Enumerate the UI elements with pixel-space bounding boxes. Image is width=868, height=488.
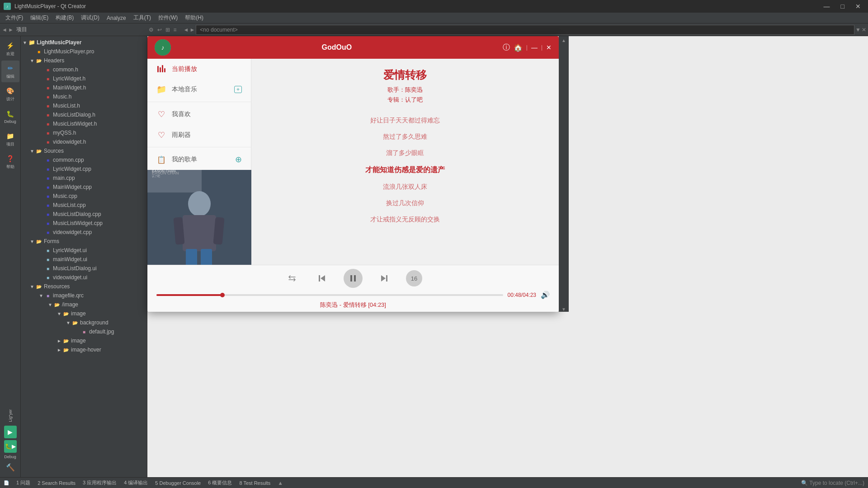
scroll-down-btn[interactable]: ▼ <box>561 307 566 312</box>
tree-headers[interactable]: ▼ 📂 Headers <box>21 56 147 65</box>
tree-musiclistdialog-h[interactable]: ■ MusicListDialog.h <box>21 110 147 119</box>
tree-lyricwidget-ui[interactable]: ■ LyricWidget.ui <box>21 246 147 255</box>
qt-sidebar: ⚡ 欢迎 ✏ 编辑 🎨 设计 🐛 Debug 📁 项目 ❓ 帮助 Lig"yer <box>0 36 21 477</box>
player-close-button[interactable]: ✕ <box>546 44 552 51</box>
tree-image-2[interactable]: ► 📂 image <box>21 336 147 345</box>
close-button[interactable]: ✕ <box>852 3 864 10</box>
progress-bar[interactable] <box>156 294 503 296</box>
tree-musiclist-h[interactable]: ■ MusicList.h <box>21 101 147 110</box>
status-expand-btn[interactable]: ▲ <box>278 480 283 486</box>
status-problems[interactable]: 1 问题 <box>16 479 30 486</box>
player-info-icon[interactable]: ⓘ <box>503 43 510 52</box>
player-window: ♪ GodOuO ⓘ 🏠 | — | ✕ <box>147 36 559 312</box>
sidebar-windshield[interactable]: ♡ 雨刷器 <box>147 125 251 145</box>
tree-forms[interactable]: ▼ 📂 Forms <box>21 237 147 246</box>
tree-image-hover[interactable]: ► 📂 image-hover <box>21 345 147 354</box>
menu-build[interactable]: 构建(B) <box>52 13 77 23</box>
local-music-add-icon[interactable]: + <box>234 86 242 93</box>
tree-common-cpp[interactable]: ■ common.cpp <box>21 155 147 164</box>
menu-file[interactable]: 文件(F) <box>2 13 27 23</box>
current-document: <no document> <box>196 25 854 35</box>
sidebar-help[interactable]: ❓ 帮助 <box>1 151 19 173</box>
nav-arrow-right[interactable]: ► <box>189 27 195 33</box>
tree-sources[interactable]: ▼ 📂 Sources <box>21 146 147 155</box>
tree-root[interactable]: ▼ 📁 LightMusicPlayer <box>21 38 147 47</box>
scroll-up-btn[interactable]: ▲ <box>561 38 566 43</box>
nav-btn-4[interactable]: ≡ <box>172 26 178 34</box>
tree-imagefile-qrc[interactable]: ▼ ■ imagefile.qrc <box>21 291 147 300</box>
player-avatar: ♪ <box>155 39 171 56</box>
volume-icon[interactable]: 🔊 <box>541 291 550 299</box>
tree-main-cpp[interactable]: ■ main.cpp <box>21 174 147 183</box>
next-button[interactable] <box>376 270 392 286</box>
loop-button[interactable] <box>284 270 300 286</box>
svg-text:认了吧: 认了吧 <box>152 175 160 178</box>
menu-tools[interactable]: 工具(T) <box>130 13 155 23</box>
menu-analyze[interactable]: Analyze <box>103 14 130 22</box>
pause-button[interactable] <box>344 269 363 288</box>
tree-musiclistdialog-ui[interactable]: ■ MusicListDialog.ui <box>21 264 147 273</box>
player-settings-icon[interactable]: 🏠 <box>514 43 523 52</box>
nav-doc-arrow[interactable]: ▼ <box>855 27 861 33</box>
tree-myqss-h[interactable]: ■ myQSS.h <box>21 128 147 137</box>
mode-button[interactable]: 16 <box>406 270 422 286</box>
tree-image-1[interactable]: ▼ 📂 image <box>21 309 147 318</box>
menu-edit[interactable]: 编辑(E) <box>27 13 52 23</box>
nav-arrow-left[interactable]: ◄ <box>184 27 189 33</box>
status-summary[interactable]: 6 概要信息 <box>208 479 232 486</box>
menu-controls[interactable]: 控件(W) <box>155 13 181 23</box>
status-search[interactable]: 2 Search Results <box>38 480 75 486</box>
status-app-output[interactable]: 3 应用程序输出 <box>83 479 117 486</box>
prev-button[interactable] <box>314 270 330 286</box>
tree-mainwidget-ui[interactable]: ■ mainWidget.ui <box>21 255 147 264</box>
tree-lyricwidget-h[interactable]: ■ LyricWidget.h <box>21 74 147 83</box>
sidebar-now-playing[interactable]: 当前播放 <box>147 59 251 80</box>
tree-default-jpg[interactable]: ■ default.jpg <box>21 327 147 336</box>
tree-musiclist-cpp[interactable]: ■ MusicList.cpp <box>21 201 147 210</box>
tree-videowidget-h[interactable]: ■ videowidget.h <box>21 137 147 146</box>
locate-icon[interactable]: 🔍 Type to locate (Ctrl+...) <box>801 480 864 486</box>
tree-musiclistwidget-h[interactable]: ■ MusicListWidget.h <box>21 119 147 128</box>
build-button[interactable]: 🔨 <box>4 461 17 474</box>
maximize-button[interactable]: □ <box>837 3 848 10</box>
run-button[interactable]: ▶ <box>4 426 17 438</box>
sidebar-project[interactable]: 📁 项目 <box>1 128 19 150</box>
sidebar-local-music[interactable]: 📁 本地音乐 + <box>147 80 251 100</box>
tree-background-folder[interactable]: ▼ 📂 background <box>21 318 147 327</box>
nav-btn-1[interactable]: ⚙ <box>147 26 155 34</box>
tree-music-cpp[interactable]: ■ Music.cpp <box>21 192 147 201</box>
nav-doc-close[interactable]: ✕ <box>862 27 866 33</box>
tree-videowidget-cpp[interactable]: ■ videowidget.cpp <box>21 228 147 237</box>
player-minimize-button[interactable]: — <box>531 44 538 51</box>
tree-lyricwidget-cpp[interactable]: ■ LyricWidget.cpp <box>21 164 147 174</box>
status-compile[interactable]: 4 编译输出 <box>124 479 148 486</box>
menu-help[interactable]: 帮助(H) <box>181 13 207 23</box>
status-debugger[interactable]: 5 Debugger Console <box>155 480 201 486</box>
tree-common-h[interactable]: ■ common.h <box>21 65 147 74</box>
run-debug-button[interactable]: 🐛▶ <box>4 440 17 453</box>
sidebar-favorites[interactable]: ♡ 我喜欢 <box>147 104 251 125</box>
nav-btn-3[interactable]: ⊞ <box>164 26 171 34</box>
nav-btn-2[interactable]: ↩ <box>156 26 163 34</box>
menu-debug[interactable]: 调试(D) <box>77 13 103 23</box>
tree-item-pro[interactable]: ■ LightMusicPlayer.pro <box>21 47 147 56</box>
tree-resources[interactable]: ▼ 📂 Resources <box>21 282 147 291</box>
tree-mainwidget-h[interactable]: ■ MainWidget.h <box>21 83 147 92</box>
tree-music-h[interactable]: ■ Music.h <box>21 92 147 101</box>
playlist-add-icon[interactable]: ⊕ <box>235 155 242 164</box>
nav-back-button[interactable]: ◄ <box>2 27 7 33</box>
sidebar-design[interactable]: 🎨 设计 <box>1 83 19 105</box>
sidebar-edit[interactable]: ✏ 编辑 <box>1 61 19 82</box>
tree-slash-image[interactable]: ▼ 📂 /image <box>21 300 147 309</box>
status-test[interactable]: 8 Test Results <box>239 480 270 486</box>
app-title: LightMusicPlayer - Qt Creator <box>14 3 86 9</box>
sidebar-welcome[interactable]: ⚡ 欢迎 <box>1 38 19 60</box>
tree-musiclistdialog-cpp[interactable]: ■ MusicListDialog.cpp <box>21 210 147 219</box>
minimize-button[interactable]: — <box>820 3 834 10</box>
tree-mainwidget-cpp[interactable]: ■ MainWidget.cpp <box>21 183 147 192</box>
sidebar-my-playlist[interactable]: 📋 我的歌单 ⊕ <box>147 149 251 170</box>
sidebar-debug[interactable]: 🐛 Debug <box>1 106 19 127</box>
nav-forward-button[interactable]: ► <box>8 27 14 33</box>
tree-videowidget-ui[interactable]: ■ videowidget.ui <box>21 273 147 282</box>
tree-musiclistwidget-cpp[interactable]: ■ MusicListWidget.cpp <box>21 219 147 228</box>
